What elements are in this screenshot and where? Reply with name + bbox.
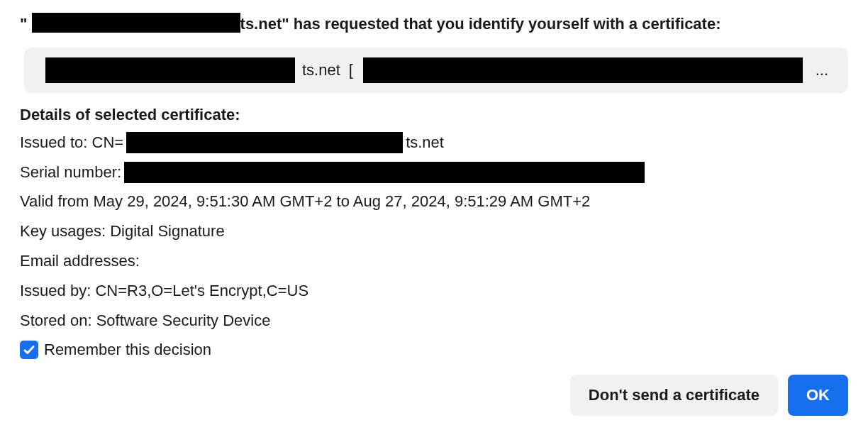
ok-button[interactable]: OK: [788, 375, 848, 416]
stored-on-text: Stored on: Software Security Device: [20, 309, 270, 332]
check-icon: [23, 343, 35, 356]
details-title: Details of selected certificate:: [20, 106, 848, 124]
issued-by-line: Issued by: CN=R3,O=Let's Encrypt,C=US: [20, 280, 848, 302]
redacted-domain-prefix: [32, 13, 240, 33]
redacted-issued-to: [126, 132, 403, 153]
dont-send-button[interactable]: Don't send a certificate: [570, 375, 778, 416]
remember-checkbox[interactable]: [20, 341, 38, 359]
remember-decision-row: Remember this decision: [20, 341, 848, 359]
cert-domain-suffix: ts.net: [302, 61, 340, 79]
email-addresses-line: Email addresses:: [20, 250, 848, 272]
validity-text: Valid from May 29, 2024, 9:51:30 AM GMT+…: [20, 190, 590, 213]
serial-number-line: Serial number:: [20, 161, 848, 184]
redacted-cert-detail: [363, 57, 803, 83]
remember-label: Remember this decision: [44, 341, 211, 359]
stored-on-line: Stored on: Software Security Device: [20, 309, 848, 332]
serial-label: Serial number:: [20, 161, 121, 184]
header-text: " has requested that you identify yourse…: [282, 15, 720, 33]
issued-to-line: Issued to: CN= ts.net: [20, 131, 848, 154]
email-addresses-text: Email addresses:: [20, 250, 140, 272]
redacted-cert-name: [45, 57, 295, 83]
button-row: Don't send a certificate OK: [20, 375, 848, 416]
quote-open: ": [20, 15, 27, 33]
request-header: " ts.net" has requested that you identif…: [20, 13, 848, 35]
key-usages-text: Key usages: Digital Signature: [20, 220, 225, 243]
issued-to-label: Issued to: CN=: [20, 131, 123, 154]
ellipsis: ...: [816, 61, 828, 79]
key-usages-line: Key usages: Digital Signature: [20, 220, 848, 243]
issued-to-suffix: ts.net: [406, 131, 444, 154]
certificate-selector[interactable]: ts.net [ ...: [24, 48, 848, 93]
redacted-serial: [124, 162, 645, 183]
validity-line: Valid from May 29, 2024, 9:51:30 AM GMT+…: [20, 190, 848, 213]
domain-suffix: ts.net: [240, 15, 282, 33]
bracket-open: [: [349, 61, 353, 79]
issued-by-text: Issued by: CN=R3,O=Let's Encrypt,C=US: [20, 280, 308, 302]
